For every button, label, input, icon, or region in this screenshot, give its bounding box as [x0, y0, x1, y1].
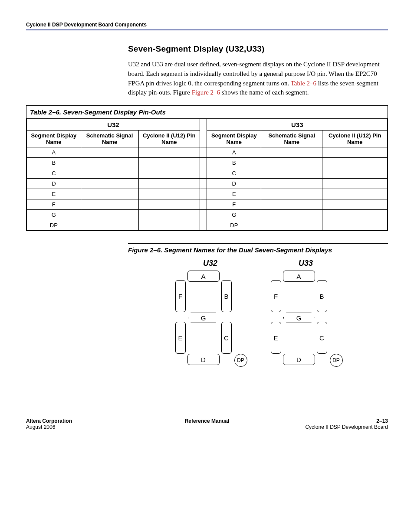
cell-sig-left — [81, 168, 138, 179]
figure-caption: Figure 2–6. Segment Names for the Dual S… — [128, 243, 388, 254]
cell-seg-left: A — [27, 147, 81, 158]
cell-sig-right — [261, 189, 322, 199]
table-caption: Table 2–6. Seven-Segment Display Pin-Out… — [26, 106, 388, 119]
page-footer: Altera Corporation August 2006 Reference… — [26, 418, 388, 430]
cell-seg-right: C — [207, 168, 261, 179]
section-heading: Seven-Segment Display (U32,U33) — [128, 44, 388, 54]
segment-g-wrap: G — [186, 312, 221, 323]
cell-sig-right — [261, 220, 322, 231]
col-head-sig-left: Schematic Signal Name — [81, 131, 138, 147]
footer-left-top: Altera Corporation — [26, 418, 72, 424]
segment-b-icon: B — [317, 280, 327, 312]
segment-dp-icon: DP — [330, 354, 343, 367]
table-row: BB — [27, 158, 388, 168]
cell-seg-right: A — [207, 147, 261, 158]
cell-sig-right — [261, 158, 322, 168]
footer-center: Reference Manual — [185, 418, 230, 424]
cell-pin-left — [138, 168, 200, 179]
cell-pin-right — [322, 179, 388, 189]
cell-pin-left — [138, 220, 200, 231]
sevenseg-u32: U32 A B C D E F G DP — [174, 259, 247, 366]
cell-seg-right: B — [207, 158, 261, 168]
table-row: DD — [27, 179, 388, 189]
cell-pin-right — [322, 168, 388, 179]
cell-pin-left — [138, 199, 200, 210]
cell-sig-left — [81, 179, 138, 189]
cell-sig-left — [81, 158, 138, 168]
segment-c-icon: C — [317, 322, 327, 354]
table-2-6: Table 2–6. Seven-Segment Display Pin-Out… — [26, 105, 388, 231]
table-row: EE — [27, 189, 388, 199]
segment-dp-icon: DP — [234, 354, 247, 367]
segment-f-icon: F — [271, 280, 281, 312]
cell-gap — [200, 168, 207, 179]
table-group-u32: U32 — [27, 119, 200, 131]
pinout-table: U32 U33 Segment Display Name Schematic S… — [26, 119, 388, 231]
cell-sig-left — [81, 199, 138, 210]
cell-seg-left: B — [27, 158, 81, 168]
sevenseg-u32-diagram: A B C D E F G DP — [174, 271, 247, 366]
segment-d-icon: D — [187, 354, 220, 365]
cell-sig-left — [81, 210, 138, 220]
cell-sig-right — [261, 210, 322, 220]
table-row: GG — [27, 210, 388, 220]
table-row: DPDP — [27, 220, 388, 231]
table-row: FF — [27, 199, 388, 210]
segment-c-icon: C — [221, 322, 232, 354]
segment-g-wrap: G — [281, 312, 317, 323]
xref-table-2-6[interactable]: Table 2–6 — [291, 80, 316, 87]
col-head-seg-right: Segment Display Name — [207, 131, 261, 147]
cell-seg-left: DP — [27, 220, 81, 231]
table-row: AA — [27, 147, 388, 158]
header-rule — [26, 29, 388, 30]
cell-pin-left — [138, 210, 200, 220]
cell-pin-left — [138, 179, 200, 189]
segment-e-icon: E — [175, 322, 186, 354]
body-paragraph: U32 and U33 are dual user defined, seven… — [128, 60, 388, 98]
cell-seg-left: F — [27, 199, 81, 210]
cell-gap — [200, 179, 207, 189]
cell-pin-right — [322, 199, 388, 210]
cell-seg-right: D — [207, 179, 261, 189]
footer-left-bottom: August 2006 — [26, 424, 145, 430]
segment-g-icon: G — [188, 313, 219, 323]
cell-sig-right — [261, 168, 322, 179]
sevenseg-u33-diagram: A B C D E F G DP — [269, 271, 343, 366]
cell-seg-left: C — [27, 168, 81, 179]
table-row: CC — [27, 168, 388, 179]
segment-d-icon: D — [283, 354, 315, 365]
col-head-seg-left: Segment Display Name — [27, 131, 81, 147]
segment-e-icon: E — [271, 322, 281, 354]
pinout-tbody: AABBCCDDEEFFGGDPDP — [27, 147, 388, 231]
cell-sig-left — [81, 147, 138, 158]
sevenseg-u32-title: U32 — [174, 259, 247, 268]
footer-right-top: 2–13 — [376, 418, 388, 424]
cell-seg-right: F — [207, 199, 261, 210]
sevenseg-u33-title: U33 — [269, 259, 343, 268]
col-head-pin-left: Cyclone II (U12) Pin Name — [138, 131, 200, 147]
xref-figure-2-6[interactable]: Figure 2–6 — [192, 89, 220, 96]
cell-gap — [200, 189, 207, 199]
col-head-pin-right: Cyclone II (U12) Pin Name — [322, 131, 388, 147]
cell-sig-right — [261, 179, 322, 189]
cell-gap — [200, 220, 207, 231]
segment-g-icon: G — [283, 313, 315, 323]
sevenseg-u33: U33 A B C D E F G DP — [269, 259, 343, 366]
cell-gap — [200, 147, 207, 158]
segment-b-icon: B — [221, 280, 232, 312]
cell-seg-right: DP — [207, 220, 261, 231]
cell-pin-right — [322, 189, 388, 199]
cell-seg-left: D — [27, 179, 81, 189]
cell-sig-left — [81, 220, 138, 231]
cell-sig-right — [261, 147, 322, 158]
cell-pin-left — [138, 189, 200, 199]
cell-pin-left — [138, 158, 200, 168]
cell-sig-right — [261, 199, 322, 210]
cell-seg-right: G — [207, 210, 261, 220]
cell-sig-left — [81, 189, 138, 199]
cell-gap — [200, 199, 207, 210]
figure-2-6: U32 A B C D E F G DP U33 A B C — [128, 259, 388, 366]
cell-pin-left — [138, 147, 200, 158]
cell-seg-left: E — [27, 189, 81, 199]
table-group-u33: U33 — [207, 119, 388, 131]
